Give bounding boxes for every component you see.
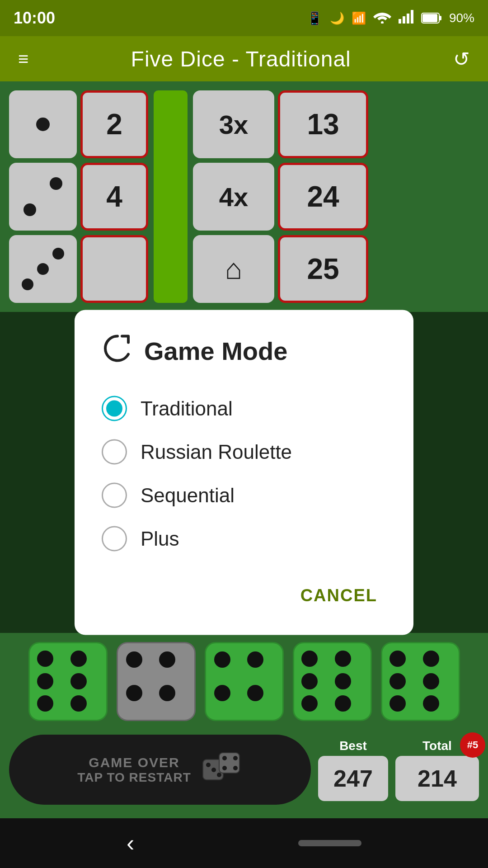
best-value: 247 — [318, 756, 388, 801]
svg-point-15 — [222, 756, 227, 760]
radio-options: Traditional Russian Roulette Sequential … — [102, 387, 386, 561]
game-over-button[interactable]: GAME OVER TAP TO RESTART — [9, 735, 311, 805]
radio-traditional[interactable] — [102, 396, 127, 421]
cancel-button[interactable]: CANCEL — [291, 579, 386, 613]
option-label-sequential: Sequential — [141, 484, 235, 507]
battery-icon — [421, 12, 442, 24]
svg-rect-4 — [411, 10, 413, 24]
game-board: 2 4 3x 4x ⌂ 13 24 25 — [0, 81, 488, 312]
score-badge: #5 — [460, 732, 485, 758]
option-russian-roulette[interactable]: Russian Roulette — [102, 430, 386, 474]
die-cell-1 — [9, 90, 77, 158]
die-5[interactable] — [381, 642, 460, 721]
die-4[interactable] — [293, 642, 372, 721]
bottom-dice-area — [0, 633, 488, 730]
die-3[interactable] — [205, 642, 284, 721]
radio-inner-traditional — [106, 401, 122, 417]
die-2-pips — [118, 643, 194, 720]
score-cell-2: 24 — [278, 163, 368, 231]
dialog-footer: CANCEL — [102, 579, 386, 613]
die-4-pips — [294, 643, 371, 720]
game-over-text: GAME OVER TAP TO RESTART — [77, 755, 191, 785]
die-3-pips — [206, 643, 282, 720]
dice-column — [9, 90, 77, 303]
game-container: 10:00 📱 🌙 📶 — [0, 0, 488, 868]
die-cell-3 — [9, 235, 77, 303]
multipliers-column: 3x 4x ⌂ — [193, 90, 274, 303]
scores-column: 13 24 25 — [278, 90, 368, 303]
dialog-mode-icon — [102, 333, 133, 369]
nav-back-button[interactable]: ‹ — [127, 830, 134, 857]
total-score-group: Total 214 #5 — [395, 739, 479, 801]
svg-point-17 — [222, 766, 227, 770]
svg-rect-3 — [407, 14, 409, 24]
score-cell-1: 13 — [278, 90, 368, 158]
svg-point-0 — [381, 21, 384, 24]
phone-icon: 📱 — [307, 11, 323, 26]
menu-icon[interactable]: ≡ — [18, 49, 28, 69]
value-cell-2: 4 — [80, 163, 148, 231]
svg-point-12 — [217, 773, 221, 777]
die-1[interactable] — [28, 642, 108, 721]
value-cell-1: 2 — [80, 90, 148, 158]
home-cell: ⌂ — [193, 235, 274, 303]
moon-icon: 🌙 — [330, 11, 344, 25]
dialog-title: Game Mode — [144, 336, 287, 365]
svg-rect-1 — [399, 19, 401, 24]
svg-point-11 — [211, 768, 216, 772]
multiplier-cell-2: 4x — [193, 163, 274, 231]
signal-icon — [399, 10, 414, 27]
game-mode-dialog: Game Mode Traditional Russian Roulette — [75, 310, 413, 635]
radio-sequential[interactable] — [102, 483, 127, 508]
die-2[interactable] — [117, 642, 196, 721]
option-label-plus: Plus — [141, 528, 179, 550]
svg-rect-7 — [422, 14, 437, 22]
header-title: Five Dice - Traditional — [131, 47, 351, 71]
svg-point-10 — [206, 763, 211, 767]
sim-icon: 📶 — [352, 11, 366, 25]
app-header: ≡ Five Dice - Traditional ↺ — [0, 36, 488, 81]
status-bar: 10:00 📱 🌙 📶 — [0, 0, 488, 36]
total-value: 214 — [395, 756, 479, 801]
svg-rect-2 — [403, 16, 405, 24]
radio-russian-roulette[interactable] — [102, 439, 127, 465]
svg-point-18 — [233, 766, 238, 770]
nav-home-pill[interactable] — [298, 840, 361, 846]
svg-rect-6 — [439, 16, 441, 20]
die-1-pips — [30, 643, 106, 720]
value-cell-3 — [80, 235, 148, 303]
wifi-icon — [373, 10, 391, 27]
score-bar: GAME OVER TAP TO RESTART — [0, 730, 488, 818]
status-time: 10:00 — [14, 9, 55, 28]
die-5-pips — [382, 643, 459, 720]
middle-area: Game Mode Traditional Russian Roulette — [0, 312, 488, 633]
radio-plus[interactable] — [102, 526, 127, 552]
score-cell-3: 25 — [278, 235, 368, 303]
best-score-group: Best 247 — [318, 739, 388, 801]
battery-text: 90% — [449, 11, 474, 25]
option-label-russian-roulette: Russian Roulette — [141, 441, 292, 463]
best-label: Best — [318, 739, 388, 753]
game-over-line1: GAME OVER — [77, 755, 191, 770]
green-bar — [154, 90, 188, 303]
game-over-line2: TAP TO RESTART — [77, 770, 191, 785]
option-sequential[interactable]: Sequential — [102, 474, 386, 517]
dice-illustration — [202, 750, 243, 789]
die-cell-2 — [9, 163, 77, 231]
multiplier-cell-1: 3x — [193, 90, 274, 158]
dice-row — [9, 642, 479, 721]
option-label-traditional: Traditional — [141, 397, 233, 420]
dialog-header: Game Mode — [102, 333, 386, 369]
svg-point-16 — [233, 756, 238, 760]
refresh-icon[interactable]: ↺ — [453, 47, 470, 71]
values-column: 2 4 — [80, 90, 148, 303]
status-icons: 📱 🌙 📶 — [307, 10, 474, 27]
option-plus[interactable]: Plus — [102, 517, 386, 561]
option-traditional[interactable]: Traditional — [102, 387, 386, 430]
nav-bar: ‹ — [0, 818, 488, 868]
